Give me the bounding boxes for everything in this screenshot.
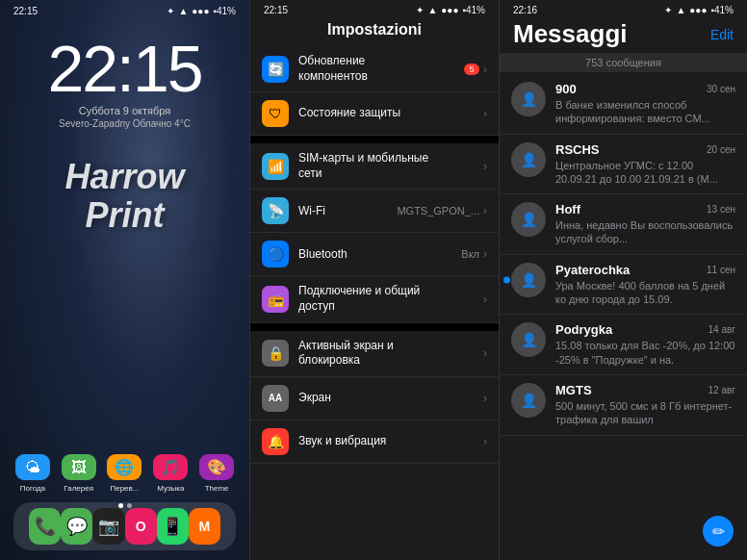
settings-item-bluetooth-right: Вкл › — [461, 247, 487, 261]
compose-button[interactable]: ✏ — [703, 516, 734, 547]
settings-list: 🔄 Обновлениекомпонентов 5 › 🛡 Состояние … — [250, 46, 499, 464]
messages-signal-icon: ●●● — [689, 5, 707, 15]
sound-chevron: › — [483, 435, 487, 448]
settings-item-bluetooth[interactable]: 🔵 Bluetooth Вкл › — [250, 233, 499, 276]
settings-item-sound-right: › — [483, 435, 487, 448]
message-time-1: 20 сен — [707, 144, 735, 155]
lock-apps: 🌤 Погода 🖼 Галерея 🌐 Перев... 🎵 Музыка 🎨… — [0, 454, 249, 502]
settings-item-lockscreen[interactable]: 🔒 Активный экран иблокировка › — [250, 331, 499, 377]
app-icon-music[interactable]: 🎵 Музыка — [151, 454, 190, 493]
sound-icon: 🔔 — [262, 428, 289, 455]
message-preview-1: Центральное УГМС: с 12.00 20.09.21 до 10… — [555, 159, 735, 187]
weather-icon: 🌤 — [15, 454, 50, 480]
lock-watermark: Harrow Print — [0, 158, 249, 234]
lock-status-time: 22:15 — [13, 6, 38, 16]
protection-icon: 🛡 — [262, 100, 289, 127]
message-item-4[interactable]: 👤 Podrygka 14 авг 15.08 только для Вас -… — [500, 315, 747, 375]
unread-dot-3 — [503, 276, 510, 283]
settings-item-hotspot[interactable]: 📻 Подключение и общийдоступ › — [250, 276, 499, 322]
dock-opera[interactable]: O — [125, 508, 157, 545]
protection-chevron: › — [483, 107, 487, 120]
settings-panel: 22:15 ✦ ▲ ●●● ▪41% Impostazioni 🔄 Обновл… — [249, 0, 499, 560]
message-name-0: 900 — [555, 82, 577, 96]
dock-mi[interactable]: M — [189, 508, 220, 545]
messages-status-bar: 22:16 ✦ ▲ ●●● ▪41% — [500, 0, 747, 15]
settings-item-update-right: 5 › — [464, 63, 487, 76]
signal-icon: ▲ — [178, 6, 188, 16]
message-item-5[interactable]: 👤 MGTS 12 авг 500 минут, 500 смс и 8 Гб … — [500, 375, 747, 436]
app-label-gallery: Галерея — [64, 484, 93, 493]
messages-count-bar: 753 сообщения — [500, 53, 747, 72]
app-label-music: Музыка — [157, 484, 184, 493]
messages-panel: 22:16 ✦ ▲ ●●● ▪41% Messaggi Edit 753 соо… — [499, 0, 747, 560]
message-name-row-4: Podrygka 14 авг — [555, 322, 735, 337]
bluetooth-chevron: › — [483, 247, 487, 261]
app-label-theme: Theme — [205, 484, 229, 493]
lockscreen-icon: 🔒 — [262, 340, 289, 367]
message-item-0[interactable]: 👤 900 30 сен В банке изменился способ ин… — [500, 74, 747, 135]
sim-chevron: › — [483, 160, 487, 173]
avatar-podrygka: 👤 — [511, 322, 546, 357]
dock-phone[interactable]: 📞 — [29, 508, 61, 545]
settings-item-wifi-right: MGTS_GPON_... › — [397, 204, 487, 217]
display-icon: AA — [262, 385, 289, 412]
messages-header: Messaggi Edit — [500, 15, 747, 53]
settings-item-display[interactable]: AA Экран › — [250, 377, 499, 420]
message-time-0: 30 сен — [707, 84, 735, 94]
lock-screen-panel: 22:15 ✦ ▲ ●●● ▪41% 22:15 Суббота 9 октяб… — [0, 0, 249, 560]
message-content-0: 900 30 сен В банке изменился способ инфо… — [555, 82, 735, 126]
settings-status-bar: 22:15 ✦ ▲ ●●● ▪41% — [250, 0, 499, 15]
app-icon-weather[interactable]: 🌤 Погода — [13, 454, 52, 493]
message-content-3: Pyaterochka 11 сен Ура Москве! 400 балло… — [555, 263, 735, 307]
lock-time-block: 22:15 Суббота 9 октября Severo-Zapadny О… — [0, 36, 249, 129]
update-chevron: › — [483, 63, 487, 76]
avatar-pyaterochka: 👤 — [511, 263, 546, 297]
hotspot-chevron: › — [483, 293, 487, 306]
music-icon: 🎵 — [153, 454, 188, 480]
settings-item-lockscreen-text: Активный экран иблокировка — [298, 339, 474, 369]
settings-divider-1 — [250, 136, 499, 143]
message-item-1[interactable]: 👤 RSCHS 20 сен Центральное УГМС: с 12.00… — [500, 135, 747, 195]
messages-edit-button[interactable]: Edit — [710, 27, 734, 42]
message-name-row-1: RSCHS 20 сен — [555, 142, 735, 157]
settings-item-sim[interactable]: 📶 SIM-карты и мобильныесети › — [250, 143, 499, 190]
message-content-1: RSCHS 20 сен Центральное УГМС: с 12.00 2… — [555, 142, 735, 187]
lock-date: Суббота 9 октября — [0, 105, 249, 116]
settings-item-update[interactable]: 🔄 Обновлениекомпонентов 5 › — [250, 46, 499, 92]
dock-whatsapp[interactable]: 📱 — [157, 508, 189, 545]
settings-status-icons: ✦ ▲ ●●● ▪41% — [416, 5, 485, 15]
settings-item-wifi[interactable]: 📡 Wi-Fi MGTS_GPON_... › — [250, 190, 499, 233]
battery-icon: ▪41% — [213, 6, 236, 16]
app-icon-translate[interactable]: 🌐 Перев... — [105, 454, 143, 493]
settings-item-protection[interactable]: 🛡 Состояние защиты › — [250, 92, 499, 136]
settings-item-lockscreen-right: › — [483, 346, 487, 360]
settings-item-sound[interactable]: 🔔 Звук и вибрация › — [250, 420, 499, 464]
message-item-3[interactable]: 👤 Pyaterochka 11 сен Ура Москве! 400 бал… — [500, 255, 747, 316]
message-content-4: Podrygka 14 авг 15.08 только для Вас -20… — [555, 322, 735, 367]
settings-signal-icon: ●●● — [441, 5, 458, 15]
message-item-2[interactable]: 👤 Hoff 13 сен Инна, недавно Вы воспользо… — [500, 194, 747, 255]
settings-item-hotspot-right: › — [483, 293, 487, 306]
message-preview-5: 500 минут, 500 смс и 8 Гб интернет-трафи… — [555, 399, 735, 427]
settings-title: Impostazioni — [250, 15, 499, 46]
avatar-900: 👤 — [511, 82, 546, 116]
avatar-icon: 👤 — [521, 91, 537, 107]
app-icon-gallery[interactable]: 🖼 Галерея — [60, 454, 98, 493]
message-name-5: MGTS — [555, 383, 592, 397]
lock-clock: 22:15 — [0, 36, 249, 101]
message-name-2: Hoff — [555, 202, 580, 216]
dock-messages[interactable]: 💬 — [61, 508, 92, 545]
sim-icon: 📶 — [262, 153, 289, 180]
messages-battery-icon: ▪41% — [710, 5, 734, 15]
display-chevron: › — [483, 392, 487, 405]
message-preview-3: Ура Москве! 400 баллов на 5 дней ко дню … — [555, 279, 735, 307]
messages-count: 753 сообщения — [585, 57, 661, 68]
message-preview-2: Инна, недавно Вы воспользовались услугой… — [555, 218, 735, 246]
dock-camera[interactable]: 📷 — [92, 508, 124, 545]
gallery-icon: 🖼 — [62, 454, 96, 480]
watermark-text: Harrow Print — [0, 158, 249, 234]
message-time-2: 13 сен — [707, 204, 735, 215]
app-icon-theme[interactable]: 🎨 Theme — [197, 454, 236, 493]
settings-item-sim-right: › — [483, 160, 487, 173]
settings-item-protection-right: › — [483, 107, 487, 120]
